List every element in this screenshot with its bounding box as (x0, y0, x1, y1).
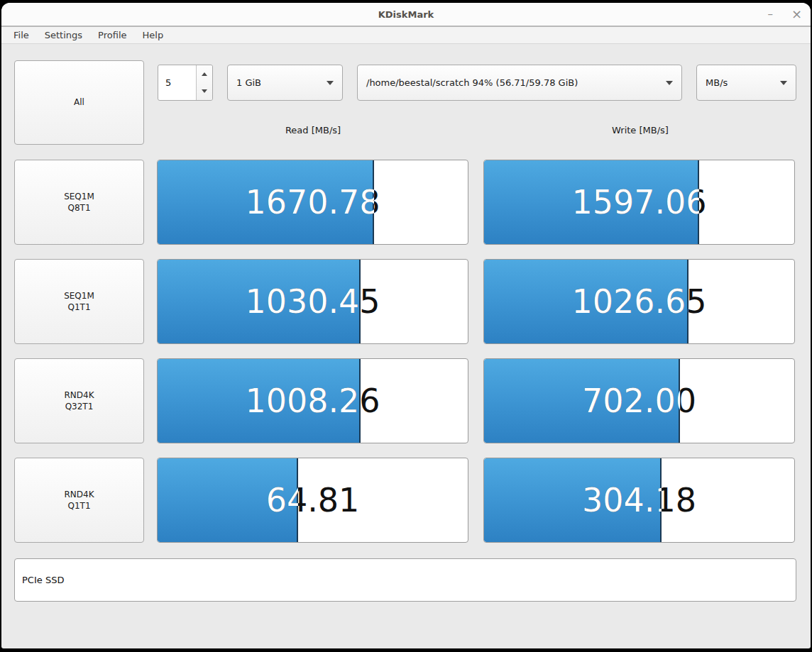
test-button-rnd4k-q32t1[interactable]: RND4K Q32T1 (14, 358, 144, 443)
spin-down-button[interactable] (197, 83, 212, 101)
test-button-seq1m-q1t1[interactable]: SEQ1M Q1T1 (14, 259, 144, 344)
read-bar-rnd4k-q1t1: 64.81 64.81 (157, 458, 468, 543)
run-all-button[interactable]: All (14, 60, 144, 145)
unit-value: MB/s (706, 77, 728, 88)
unit-dropdown[interactable]: MB/s (696, 65, 796, 101)
screenshot: KDiskMark – × File Settings Profile Help… (0, 0, 812, 652)
read-bar-rnd4k-q32t1: 1008.26 1008.26 (157, 358, 468, 443)
write-bar-seq1m-q1t1: 1026.65 1026.65 (483, 259, 795, 344)
spin-up-button[interactable] (197, 65, 212, 83)
loop-count-spinner[interactable]: 5 (158, 65, 213, 101)
read-column-label: Read [MB/s] (242, 125, 384, 136)
window-controls: – × (767, 3, 802, 26)
test-button-rnd4k-q1t1[interactable]: RND4K Q1T1 (14, 458, 144, 543)
description-field[interactable]: PCIe SSD (14, 558, 796, 602)
title-bar[interactable]: KDiskMark – × (1, 3, 811, 27)
close-icon[interactable]: × (791, 8, 802, 21)
loop-count-value[interactable]: 5 (158, 65, 196, 100)
test-size-value: 1 GiB (236, 77, 261, 88)
chevron-up-icon (202, 72, 207, 76)
target-directory-value: /home/beestal/scratch 94% (56.71/59.78 G… (366, 77, 578, 88)
kdiskmark-window: KDiskMark – × File Settings Profile Help… (1, 3, 811, 648)
chevron-down-icon (666, 81, 673, 85)
test-size-dropdown[interactable]: 1 GiB (227, 65, 343, 101)
spinner-buttons (196, 65, 212, 100)
menu-file[interactable]: File (6, 28, 37, 43)
write-bar-rnd4k-q1t1: 304.18 304.18 (483, 458, 795, 543)
write-column-label: Write [MB/s] (569, 125, 711, 136)
minimize-icon[interactable]: – (767, 8, 773, 21)
test-button-seq1m-q8t1[interactable]: SEQ1M Q8T1 (14, 160, 144, 245)
menu-help[interactable]: Help (135, 28, 172, 43)
chevron-down-icon (327, 81, 334, 85)
target-directory-dropdown[interactable]: /home/beestal/scratch 94% (56.71/59.78 G… (357, 65, 682, 101)
chevron-down-icon (202, 89, 207, 93)
chevron-down-icon (780, 81, 787, 85)
write-bar-rnd4k-q32t1: 702.00 702.00 (483, 358, 795, 443)
window-title: KDiskMark (378, 9, 434, 20)
menu-profile[interactable]: Profile (90, 28, 134, 43)
write-bar-seq1m-q8t1: 1597.06 1597.06 (483, 160, 795, 245)
read-bar-seq1m-q8t1: 1670.78 1670.78 (157, 160, 468, 245)
read-bar-seq1m-q1t1: 1030.45 1030.45 (157, 259, 468, 344)
menu-settings[interactable]: Settings (37, 28, 90, 43)
menu-bar: File Settings Profile Help (1, 27, 811, 44)
